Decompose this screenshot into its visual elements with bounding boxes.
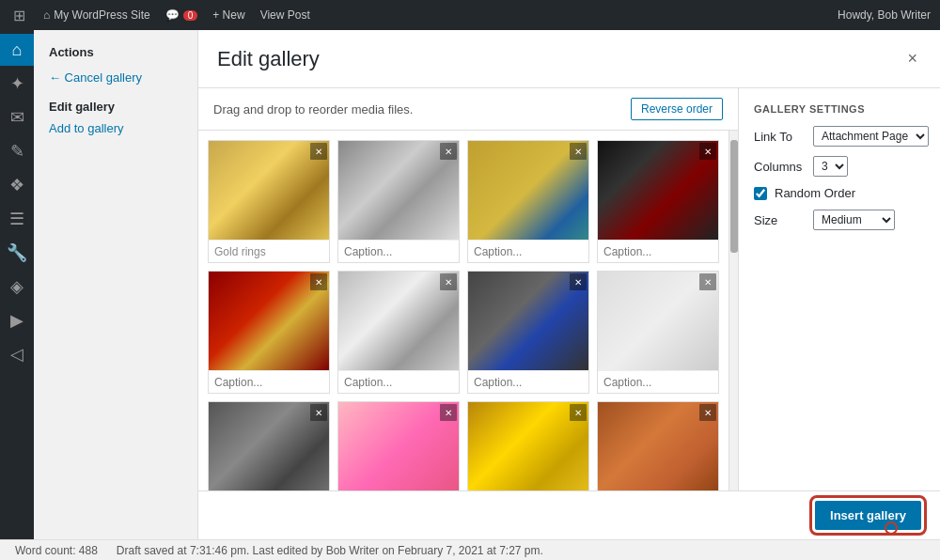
sidebar-icon-pages[interactable]: ✎ bbox=[0, 135, 34, 167]
random-order-checkbox[interactable] bbox=[754, 187, 767, 200]
modal-close-button[interactable]: × bbox=[903, 45, 921, 72]
sidebar-icon-comments[interactable]: ❖ bbox=[0, 169, 34, 201]
left-panel: Actions ← Cancel gallery Edit gallery Ad… bbox=[34, 30, 198, 539]
gallery-item-caption-input[interactable] bbox=[214, 376, 323, 389]
sidebar-icon-plugins[interactable]: 🔧 bbox=[0, 237, 34, 269]
reverse-order-button[interactable]: Reverse order bbox=[631, 98, 723, 120]
main-layout: ⌂ ✦ ✉ ✎ ❖ ☰ 🔧 ◈ ▶ ◁ Actions ← Cancel gal… bbox=[0, 30, 940, 539]
gallery-item-caption-input[interactable] bbox=[474, 376, 583, 389]
add-to-gallery-link[interactable]: Add to gallery bbox=[49, 121, 182, 135]
status-bar: Word count: 488 Draft saved at 7:31:46 p… bbox=[0, 539, 940, 560]
size-row: Size Thumbnail Medium Large Full Size bbox=[754, 210, 925, 230]
gallery-scrollbar[interactable] bbox=[728, 131, 738, 490]
link-to-select[interactable]: Attachment Page Media File None bbox=[813, 126, 929, 147]
gallery-item-caption-input[interactable] bbox=[344, 245, 453, 258]
gallery-item-remove-button[interactable]: ✕ bbox=[440, 143, 457, 160]
sidebar-icon-posts[interactable]: ✦ bbox=[0, 68, 34, 100]
home-icon: ⌂ bbox=[43, 8, 50, 22]
gallery-item: ✕ bbox=[208, 271, 330, 394]
gallery-item: ✕ bbox=[337, 271, 460, 394]
admin-bar-comments[interactable]: 💬 0 bbox=[165, 8, 198, 22]
gallery-item-remove-button[interactable]: ✕ bbox=[699, 143, 716, 160]
random-order-label: Random Order bbox=[775, 186, 855, 200]
size-select[interactable]: Thumbnail Medium Large Full Size bbox=[813, 210, 895, 230]
sidebar-icon-users[interactable]: ◈ bbox=[0, 271, 34, 303]
columns-select[interactable]: 123 456 789 bbox=[813, 156, 848, 177]
size-label: Size bbox=[754, 213, 806, 227]
sidebar: ⌂ ✦ ✉ ✎ ❖ ☰ 🔧 ◈ ▶ ◁ bbox=[0, 30, 34, 539]
random-order-row: Random Order bbox=[754, 186, 925, 200]
gallery-item-caption-input[interactable] bbox=[214, 245, 323, 258]
edit-gallery-side-title: Edit gallery bbox=[49, 100, 182, 114]
gallery-item: ✕ bbox=[208, 401, 330, 490]
gallery-toolbar: Drag and drop to reorder media files. Re… bbox=[198, 88, 738, 131]
gallery-item: ✕ bbox=[467, 271, 589, 394]
gallery-item-remove-button[interactable]: ✕ bbox=[699, 273, 716, 290]
sidebar-icon-dashboard[interactable]: ⌂ bbox=[0, 34, 34, 66]
gallery-item-remove-button[interactable]: ✕ bbox=[570, 143, 587, 160]
gallery-item-remove-button[interactable]: ✕ bbox=[310, 404, 327, 421]
cancel-gallery-link[interactable]: ← Cancel gallery bbox=[49, 70, 182, 85]
columns-label: Columns bbox=[754, 160, 806, 174]
admin-bar: ⊞ ⌂ My WordPress Site 💬 0 + New View Pos… bbox=[0, 0, 940, 30]
comment-badge: 0 bbox=[183, 10, 198, 21]
link-to-label: Link To bbox=[754, 130, 806, 144]
gallery-item-remove-button[interactable]: ✕ bbox=[570, 404, 587, 421]
modal-footer: Insert gallery bbox=[198, 490, 940, 539]
gallery-grid: ✕✕✕✕✕✕✕✕✕✕✕✕ bbox=[198, 131, 728, 490]
wp-logo-icon: ⊞ bbox=[9, 6, 28, 24]
gallery-settings-title: GALLERY SETTINGS bbox=[754, 103, 925, 115]
modal-header: Edit gallery × bbox=[198, 30, 940, 88]
gallery-area: Drag and drop to reorder media files. Re… bbox=[198, 88, 738, 490]
gallery-item: ✕ bbox=[208, 140, 330, 263]
admin-bar-howdy: Howdy, Bob Writer bbox=[838, 8, 931, 22]
draft-saved-info: Draft saved at 7:31:46 pm. Last edited b… bbox=[117, 544, 543, 557]
admin-bar-new[interactable]: + New bbox=[212, 8, 244, 22]
sidebar-icon-appearance[interactable]: ☰ bbox=[0, 203, 34, 235]
sidebar-icon-media[interactable]: ✉ bbox=[0, 101, 34, 133]
gallery-item-caption-input[interactable] bbox=[344, 376, 453, 389]
gallery-scroll-thumb[interactable] bbox=[730, 140, 738, 253]
gallery-item: ✕ bbox=[597, 401, 719, 490]
sidebar-icon-tools[interactable]: ▶ bbox=[0, 304, 34, 336]
modal-container: Edit gallery × Drag and drop to reorder … bbox=[198, 30, 940, 539]
gallery-item-remove-button[interactable]: ✕ bbox=[440, 404, 457, 421]
modal-title: Edit gallery bbox=[217, 47, 903, 71]
gallery-item-remove-button[interactable]: ✕ bbox=[310, 143, 327, 160]
gallery-item-caption-input[interactable] bbox=[603, 376, 713, 389]
gallery-item: ✕ bbox=[337, 401, 460, 490]
gallery-item: ✕ bbox=[597, 271, 719, 394]
gallery-item-remove-button[interactable]: ✕ bbox=[440, 273, 457, 290]
gallery-item: ✕ bbox=[337, 140, 460, 263]
gallery-item: ✕ bbox=[467, 401, 589, 490]
actions-title: Actions bbox=[49, 45, 182, 59]
gallery-item: ✕ bbox=[467, 140, 589, 263]
comment-icon: 💬 bbox=[165, 8, 180, 22]
link-to-row: Link To Attachment Page Media File None bbox=[754, 126, 925, 147]
insert-gallery-button[interactable]: Insert gallery bbox=[815, 501, 921, 530]
sidebar-icon-settings[interactable]: ◁ bbox=[0, 338, 34, 370]
admin-bar-site-name[interactable]: ⌂ My WordPress Site bbox=[43, 8, 150, 22]
gallery-item-remove-button[interactable]: ✕ bbox=[699, 404, 716, 421]
gallery-hint: Drag and drop to reorder media files. bbox=[213, 102, 413, 117]
gallery-item: ✕ bbox=[597, 140, 719, 263]
gallery-item-remove-button[interactable]: ✕ bbox=[310, 273, 327, 290]
settings-panel: GALLERY SETTINGS Link To Attachment Page… bbox=[738, 88, 940, 490]
modal-body: Drag and drop to reorder media files. Re… bbox=[198, 88, 940, 490]
admin-bar-view-post[interactable]: View Post bbox=[260, 8, 310, 22]
cursor-indicator bbox=[885, 521, 898, 535]
gallery-item-caption-input[interactable] bbox=[474, 245, 583, 258]
word-count: Word count: 488 bbox=[15, 544, 98, 557]
columns-row: Columns 123 456 789 bbox=[754, 156, 925, 177]
gallery-item-remove-button[interactable]: ✕ bbox=[570, 273, 587, 290]
gallery-item-caption-input[interactable] bbox=[603, 245, 713, 258]
